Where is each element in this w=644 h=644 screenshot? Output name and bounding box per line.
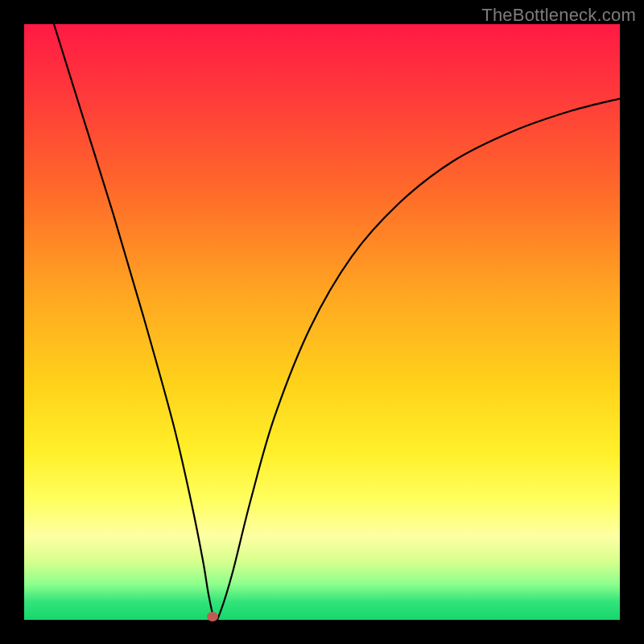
- optimal-point-marker: [207, 612, 218, 621]
- watermark-text: TheBottleneck.com: [481, 5, 636, 26]
- bottleneck-curve: [24, 24, 620, 620]
- plot-area: [24, 24, 620, 620]
- chart-frame: TheBottleneck.com: [0, 0, 644, 644]
